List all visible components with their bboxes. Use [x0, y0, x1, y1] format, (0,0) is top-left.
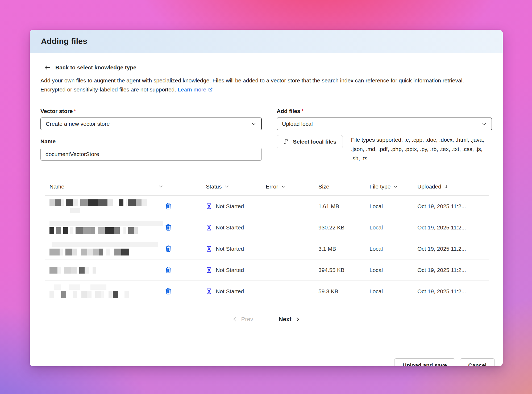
prev-label: Prev: [241, 316, 253, 323]
description-line1: Add your own files to augment the agent …: [40, 77, 464, 83]
chevron-down-icon: [251, 121, 256, 127]
hourglass-icon: [206, 267, 212, 273]
vector-store-dropdown[interactable]: Create a new vector store: [40, 118, 262, 130]
file-type-cell: Local: [369, 203, 417, 209]
uploaded-cell: Oct 19, 2025 11:2...: [417, 224, 489, 231]
chevron-left-icon: [232, 317, 238, 322]
row-actions: [163, 201, 206, 211]
dialog-body: Back to select knowledge type Add your o…: [30, 64, 503, 366]
table-row: Not Started 1.61 MB Local Oct 19, 2025 1…: [45, 196, 489, 217]
column-header-file-type[interactable]: File type: [369, 183, 417, 190]
required-asterisk: *: [301, 108, 304, 114]
uploaded-cell: Oct 19, 2025 11:2...: [417, 267, 489, 273]
name-label: Name: [40, 138, 262, 145]
chevron-down-icon[interactable]: [393, 184, 398, 189]
document-add-icon: [283, 139, 290, 145]
uploaded-cell: Oct 19, 2025 11:2...: [417, 288, 489, 295]
column-header-uploaded[interactable]: Uploaded: [417, 183, 489, 190]
table-row: Not Started 930.22 KB Local Oct 19, 2025…: [45, 217, 489, 238]
trash-icon: [164, 266, 172, 274]
row-actions: [163, 265, 206, 275]
size-cell: 394.55 KB: [318, 267, 369, 273]
delete-file-button[interactable]: [163, 222, 173, 232]
next-page-button[interactable]: Next: [279, 316, 301, 323]
add-files-value: Upload local: [282, 121, 313, 127]
size-cell: 1.61 MB: [318, 203, 369, 209]
page-title: Adding files: [41, 37, 87, 46]
back-link[interactable]: Back to select knowledge type: [44, 64, 136, 71]
cancel-button[interactable]: Cancel: [460, 358, 495, 366]
delete-file-button[interactable]: [163, 201, 173, 211]
back-link-label: Back to select knowledge type: [55, 64, 136, 71]
add-files-label: Add files*: [277, 108, 492, 114]
file-types-supported-text: File types supported: .c, .cpp, .doc, .d…: [351, 135, 492, 163]
table-row: Not Started 59.3 KB Local Oct 19, 2025 1…: [45, 281, 489, 302]
description-line2: Encrypted or sensitivity-labeled files a…: [40, 86, 176, 93]
trash-icon: [164, 287, 172, 295]
chevron-down-icon[interactable]: [159, 184, 163, 189]
hourglass-icon: [206, 288, 212, 295]
file-type-cell: Local: [369, 246, 417, 252]
adding-files-dialog: Adding files Back to select knowledge ty…: [30, 30, 503, 366]
hourglass-icon: [206, 246, 212, 252]
file-name-redacted: [45, 242, 163, 255]
status-text: Not Started: [216, 224, 244, 231]
row-actions: [163, 244, 206, 254]
file-name-redacted: [45, 199, 163, 213]
status-text: Not Started: [216, 203, 244, 209]
uploaded-cell: Oct 19, 2025 11:2...: [417, 246, 489, 252]
add-files-dropdown[interactable]: Upload local: [277, 118, 492, 130]
row-actions: [163, 286, 206, 296]
file-name-redacted: [45, 221, 163, 234]
arrow-left-icon: [44, 64, 51, 71]
status-cell: Not Started: [206, 203, 266, 209]
file-type-cell: Local: [369, 288, 417, 295]
file-name-redacted: [45, 267, 163, 274]
table-header-row: Name Status Error Size File type: [45, 181, 489, 193]
hourglass-icon: [206, 203, 212, 209]
select-local-files-button[interactable]: Select local files: [277, 135, 343, 148]
column-header-size[interactable]: Size: [318, 183, 369, 190]
status-text: Not Started: [216, 288, 244, 295]
chevron-down-icon: [481, 121, 487, 127]
external-link-icon[interactable]: [208, 86, 213, 91]
uploaded-cell: Oct 19, 2025 11:2...: [417, 203, 489, 209]
delete-file-button[interactable]: [163, 244, 173, 254]
required-asterisk: *: [74, 108, 76, 114]
select-local-files-label: Select local files: [293, 139, 336, 145]
table-row: Not Started 394.55 KB Local Oct 19, 2025…: [45, 259, 489, 281]
vector-store-name-input[interactable]: [40, 148, 262, 161]
file-type-cell: Local: [369, 224, 417, 231]
status-cell: Not Started: [206, 224, 266, 231]
left-column: Vector store* Create a new vector store …: [40, 108, 262, 163]
size-cell: 930.22 KB: [318, 224, 369, 231]
column-header-error[interactable]: Error: [266, 183, 318, 190]
table-row: Not Started 3.1 MB Local Oct 19, 2025 11…: [45, 238, 489, 259]
column-header-status[interactable]: Status: [206, 183, 266, 190]
status-text: Not Started: [216, 246, 244, 252]
dialog-header: Adding files: [30, 30, 503, 53]
form: Vector store* Create a new vector store …: [40, 108, 492, 163]
learn-more-link[interactable]: Learn more: [178, 86, 206, 93]
chevron-down-icon[interactable]: [225, 184, 229, 189]
delete-file-button[interactable]: [163, 265, 173, 275]
status-text: Not Started: [216, 267, 244, 273]
status-cell: Not Started: [206, 267, 266, 273]
file-type-cell: Local: [369, 267, 417, 273]
trash-icon: [164, 202, 172, 210]
pagination: Prev Next: [40, 316, 492, 323]
column-header-name[interactable]: Name: [45, 183, 163, 190]
prev-page-button[interactable]: Prev: [232, 316, 253, 323]
chevron-down-icon[interactable]: [281, 184, 286, 189]
hourglass-icon: [206, 224, 212, 231]
table-body: Not Started 1.61 MB Local Oct 19, 2025 1…: [45, 196, 489, 302]
delete-file-button[interactable]: [163, 286, 173, 296]
trash-icon: [164, 223, 172, 231]
upload-and-save-button[interactable]: Upload and save: [394, 358, 455, 366]
trash-icon: [164, 245, 172, 253]
row-actions: [163, 222, 206, 233]
size-cell: 3.1 MB: [318, 246, 369, 252]
files-table: Name Status Error Size File type: [45, 181, 489, 302]
status-cell: Not Started: [206, 288, 266, 295]
file-name-redacted: [45, 284, 163, 298]
